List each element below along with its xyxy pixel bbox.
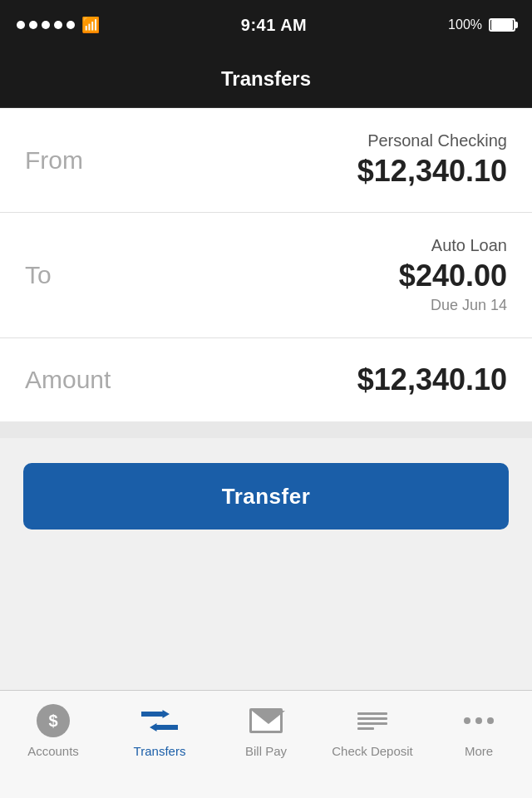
amount-value: $12,340.10 <box>357 362 507 397</box>
amount-label: Amount <box>25 366 111 394</box>
transfers-icon <box>141 702 178 739</box>
status-left: 📶 <box>17 16 100 34</box>
wifi-icon: 📶 <box>81 16 100 34</box>
tab-accounts[interactable]: $ Accounts <box>0 702 106 758</box>
main-content: From Personal Checking $12,340.10 To Aut… <box>0 108 532 421</box>
from-value: Personal Checking $12,340.10 <box>357 131 507 189</box>
envelope-icon <box>249 708 283 733</box>
tab-transfers[interactable]: Transfers <box>106 702 213 758</box>
from-amount: $12,340.10 <box>357 154 507 189</box>
transfer-section: Transfer <box>0 438 532 554</box>
signal-dots <box>17 21 75 29</box>
checkdeposit-icon <box>354 702 391 739</box>
battery-percent: 100% <box>448 17 482 32</box>
tab-transfers-label: Transfers <box>134 744 186 758</box>
to-row[interactable]: To Auto Loan $240.00 Due Jun 14 <box>0 213 532 338</box>
nav-bar: Transfers <box>0 50 532 108</box>
from-label: From <box>25 146 83 175</box>
from-account-name: Personal Checking <box>357 131 507 150</box>
accounts-icon: $ <box>35 702 71 739</box>
status-time: 9:41 AM <box>241 16 307 35</box>
page-title: Transfers <box>221 67 311 91</box>
dollar-icon: $ <box>37 704 70 737</box>
more-icon <box>461 702 497 739</box>
to-value: Auto Loan $240.00 Due Jun 14 <box>399 236 507 314</box>
billpay-icon <box>248 702 284 739</box>
transfer-button[interactable]: Transfer <box>23 463 509 530</box>
separator <box>0 421 532 438</box>
tab-checkdeposit-label: Check Deposit <box>332 744 413 758</box>
status-right: 100% <box>448 17 515 32</box>
from-row[interactable]: From Personal Checking $12,340.10 <box>0 108 532 213</box>
check-lines-icon <box>357 712 387 730</box>
to-amount: $240.00 <box>399 259 507 293</box>
dots-icon <box>464 717 494 724</box>
tab-billpay[interactable]: Bill Pay <box>213 702 319 758</box>
tab-billpay-label: Bill Pay <box>245 744 287 758</box>
arrows-icon <box>141 708 178 733</box>
tab-bar: $ Accounts Transfers Bill Pay <box>0 690 532 798</box>
tab-checkdeposit[interactable]: Check Deposit <box>319 702 426 758</box>
tab-more[interactable]: More <box>426 702 532 758</box>
tab-more-label: More <box>465 744 493 758</box>
battery-icon <box>489 18 515 32</box>
to-due-date: Due Jun 14 <box>399 297 507 314</box>
to-label: To <box>25 261 52 289</box>
tab-accounts-label: Accounts <box>27 744 79 758</box>
status-bar: 📶 9:41 AM 100% <box>0 0 532 50</box>
amount-row[interactable]: Amount $12,340.10 <box>0 338 532 421</box>
to-account-name: Auto Loan <box>399 236 507 255</box>
